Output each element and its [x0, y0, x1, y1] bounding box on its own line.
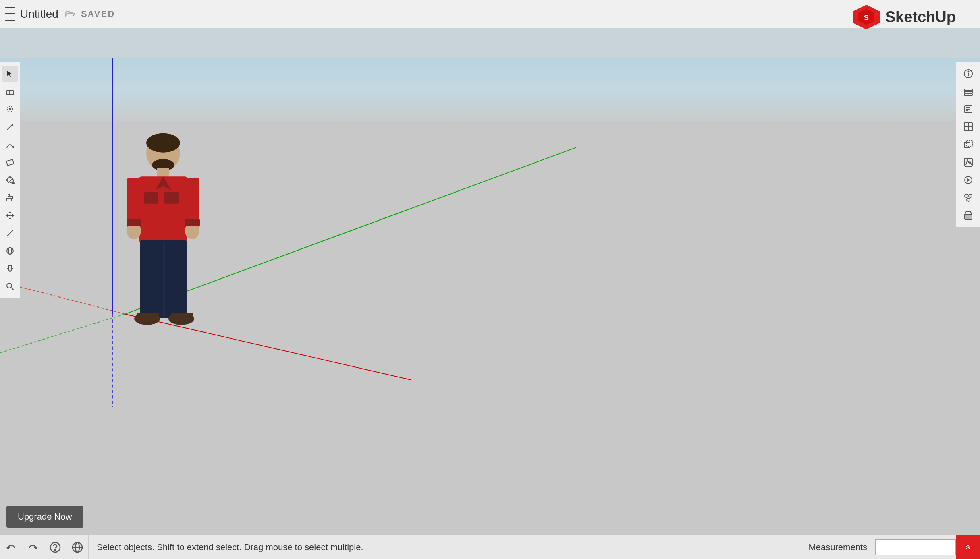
svg-rect-63: [968, 127, 972, 131]
svg-rect-13: [139, 176, 187, 242]
measurements-label: Measurements: [800, 542, 875, 553]
scene-viewport[interactable]: [0, 58, 980, 535]
move-tool[interactable]: [2, 207, 18, 224]
push-pull-tool[interactable]: [2, 190, 18, 206]
svg-point-71: [967, 198, 970, 201]
lasso-select-tool[interactable]: [2, 101, 18, 117]
shadow-panel[interactable]: [960, 207, 976, 224]
status-hint-text: Select objects. Shift to extend select. …: [89, 542, 800, 553]
svg-marker-68: [967, 178, 970, 182]
styles-panel[interactable]: [960, 154, 976, 170]
sketchup-brand-name: SketchUp: [885, 8, 956, 26]
canvas-area[interactable]: [0, 58, 980, 535]
svg-point-70: [969, 194, 972, 197]
svg-rect-60: [964, 123, 968, 127]
solid-tools-panel[interactable]: [960, 137, 976, 153]
svg-point-10: [146, 133, 180, 153]
svg-rect-15: [144, 192, 158, 204]
select-tool[interactable]: [2, 66, 18, 82]
scenes-panel[interactable]: [960, 172, 976, 188]
svg-rect-29: [6, 91, 14, 95]
svg-point-69: [965, 194, 968, 197]
svg-rect-72: [965, 215, 972, 219]
paint-bucket-tool[interactable]: [2, 172, 18, 188]
components-panel[interactable]: [960, 119, 976, 135]
svg-marker-73: [965, 211, 972, 215]
upgrade-now-button[interactable]: Upgrade Now: [6, 506, 83, 528]
tape-measure-tool[interactable]: [2, 225, 18, 241]
svg-point-48: [7, 283, 12, 288]
sketchup-logo: S SketchUp: [852, 4, 956, 30]
svg-rect-62: [964, 127, 968, 131]
svg-text:S: S: [864, 14, 869, 22]
svg-point-75: [55, 549, 56, 550]
svg-rect-53: [964, 89, 972, 91]
svg-rect-61: [968, 123, 972, 127]
svg-line-33: [7, 124, 13, 130]
svg-rect-22: [185, 219, 200, 226]
right-toolbar: [956, 62, 980, 227]
file-title[interactable]: Untitled: [20, 8, 58, 21]
left-toolbar: [0, 62, 20, 298]
undo-button[interactable]: [0, 535, 22, 559]
svg-line-49: [11, 288, 14, 290]
svg-rect-37: [8, 196, 13, 199]
statusbar: Select objects. Shift to extend select. …: [0, 535, 980, 559]
menu-button[interactable]: [0, 0, 20, 28]
outliner-panel[interactable]: [960, 190, 976, 206]
svg-rect-28: [171, 313, 193, 322]
svg-point-35: [12, 182, 14, 184]
rectangle-tool[interactable]: [2, 154, 18, 170]
pan-tool[interactable]: [2, 261, 18, 277]
svg-rect-54: [964, 91, 972, 93]
svg-rect-16: [164, 192, 179, 204]
help-button[interactable]: [44, 535, 66, 559]
entity-info-panel[interactable]: [960, 66, 976, 82]
svg-rect-34: [6, 159, 13, 166]
orbit-tool[interactable]: [2, 243, 18, 259]
svg-line-8: [20, 287, 125, 314]
model-info-button[interactable]: [66, 535, 89, 559]
titlebar: Untitled 🗁 SAVED S SketchUp: [0, 0, 980, 28]
svg-line-7: [125, 314, 411, 380]
svg-text:S: S: [966, 544, 970, 551]
svg-rect-26: [137, 313, 159, 322]
svg-point-52: [968, 71, 969, 72]
arc-tool[interactable]: [2, 137, 18, 153]
redo-button[interactable]: [22, 535, 44, 559]
instructor-panel[interactable]: [960, 101, 976, 117]
line-tool[interactable]: [2, 119, 18, 135]
svg-rect-21: [127, 219, 141, 226]
saved-status: SAVED: [81, 9, 115, 19]
sketchup-logo-icon: S: [852, 4, 880, 30]
layers-panel[interactable]: [960, 83, 976, 99]
svg-line-43: [10, 232, 11, 233]
svg-point-32: [9, 108, 11, 110]
svg-line-42: [8, 234, 9, 235]
eraser-tool[interactable]: [2, 83, 18, 99]
svg-line-44: [8, 235, 8, 236]
svg-line-6: [0, 314, 125, 353]
svg-rect-55: [964, 94, 972, 95]
folder-icon[interactable]: 🗁: [65, 8, 75, 20]
measurements-input[interactable]: [875, 539, 956, 555]
svg-rect-12: [157, 168, 169, 177]
sketchup-bottom-logo: S: [956, 535, 980, 559]
zoom-tool[interactable]: [2, 278, 18, 294]
